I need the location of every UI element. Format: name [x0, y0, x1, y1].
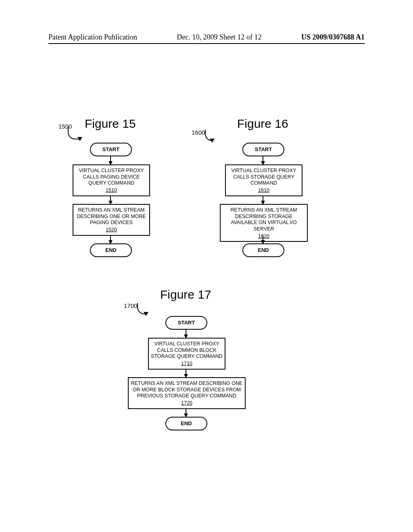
fig17-step1-text: VIRTUAL CLUSTER PROXY CALLS COMMON BLOCK… — [151, 341, 223, 359]
fig17-ref: 1700 — [124, 302, 137, 309]
header-right: US 2009/0307688 A1 — [301, 33, 365, 42]
fig17-step2-num: 1720 — [130, 400, 243, 407]
fig16-ref-arrow — [210, 139, 215, 143]
fig17-step2-text: RETURNS AN XML STREAM DESCRIBING ONE OR … — [131, 380, 243, 399]
fig17-arrow-3 — [186, 409, 186, 418]
fig16-step2: RETURNS AN XML STREAM DESCRIBING STORAGE… — [220, 204, 308, 242]
fig15-arrow-1 — [110, 156, 111, 165]
fig16-step2-num: 1620 — [222, 233, 305, 240]
fig16-end: END — [242, 243, 284, 257]
fig17-step2: RETURNS AN XML STREAM DESCRIBING ONE OR … — [128, 377, 246, 409]
fig17-start: START — [165, 316, 207, 330]
fig16-step1: VIRTUAL CLUSTER PROXY CALLS STORAGE QUER… — [225, 164, 302, 196]
fig15-title: Figure 15 — [85, 117, 136, 131]
fig16-step2-text: RETURNS AN XML STREAM DESCRIBING STORAGE… — [231, 207, 297, 232]
fig17-ref-arrow — [144, 312, 148, 316]
fig17-arrow-1 — [186, 330, 186, 339]
fig15-ref-arrow — [77, 137, 82, 141]
fig15-arrow-2 — [110, 196, 111, 205]
fig16-title: Figure 16 — [237, 117, 288, 131]
fig15-step1: VIRTUAL CLUSTER PROXY CALLS PAGING DEVIC… — [73, 164, 150, 196]
fig16-arrow-3 — [263, 235, 263, 244]
fig17-end: END — [165, 417, 207, 430]
page-header: Patent Application Publication Dec. 10, … — [48, 33, 365, 44]
fig15-step2-num: 1520 — [75, 227, 148, 233]
fig17-title: Figure 17 — [160, 288, 211, 301]
fig17-step1: VIRTUAL CLUSTER PROXY CALLS COMMON BLOCK… — [148, 338, 225, 370]
header-left: Patent Application Publication — [48, 33, 137, 42]
fig16-step1-num: 1610 — [227, 187, 300, 194]
fig15-arrow-3 — [110, 235, 111, 244]
fig17-step1-num: 1710 — [150, 361, 223, 367]
fig16-ref: 1600 — [192, 129, 205, 136]
header-mid: Dec. 10, 2009 Sheet 12 of 12 — [177, 33, 261, 42]
fig15-step2-text: RETURNS AN XML STREAM DESCRIBING ONE OR … — [77, 207, 146, 225]
fig15-end: END — [90, 243, 132, 257]
fig16-arrow-1 — [263, 156, 263, 165]
fig16-step1-text: VIRTUAL CLUSTER PROXY CALLS STORAGE QUER… — [231, 168, 296, 186]
fig16-start: START — [242, 143, 284, 156]
fig15-step2: RETURNS AN XML STREAM DESCRIBING ONE OR … — [73, 204, 150, 236]
fig17-arrow-2 — [186, 369, 186, 378]
fig16-arrow-2 — [263, 196, 263, 205]
fig15-step1-text: VIRTUAL CLUSTER PROXY CALLS PAGING DEVIC… — [79, 168, 144, 186]
fig15-step1-num: 1510 — [75, 187, 148, 194]
fig15-start: START — [90, 143, 132, 156]
